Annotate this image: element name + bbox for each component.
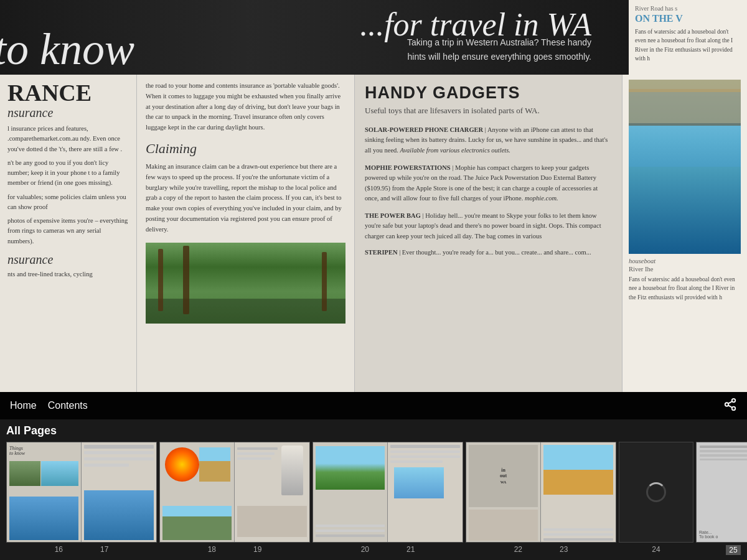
contents-button[interactable]: Contents xyxy=(48,400,88,411)
page-spread-18-19[interactable]: 18 19 xyxy=(159,442,310,554)
pool-image xyxy=(629,80,741,254)
loading-spinner-24 xyxy=(646,482,666,502)
svg-line-3 xyxy=(728,405,732,408)
page-thumb-24[interactable] xyxy=(619,442,693,543)
page-spread-16-17[interactable]: Things to know 16 17 xyxy=(6,442,157,554)
top-banner: to know ...for travel in WA Taking a tri… xyxy=(0,0,629,75)
svg-point-1 xyxy=(725,403,729,406)
claiming-para: Making an insurance claim can be a drawn… xyxy=(146,162,345,235)
page-num-25: 25 xyxy=(726,545,740,555)
page-num-24: 24 xyxy=(652,545,660,554)
left-para2: n't be any good to you if you don't licy… xyxy=(7,158,129,189)
left-sub-heading2: nsurance xyxy=(7,253,129,267)
left-column: RANCE nsurance l insurance prices and fe… xyxy=(0,75,137,392)
banner-to-know: to know xyxy=(0,27,134,72)
far-right-column: houseboat River Ihe Fans of watersisc ad… xyxy=(622,75,747,392)
home-button[interactable]: Home xyxy=(10,400,37,411)
right-body-text-bottom: Fans of watersisc add a houseboal don't … xyxy=(629,275,741,302)
page-thumb-22-23[interactable]: inoutWA xyxy=(466,442,616,543)
page-nums-18-19: 18 19 xyxy=(208,545,262,554)
top-right-panel: River Road has s ON THE V Fans of waters… xyxy=(629,0,747,75)
page-spread-20-21[interactable]: 20 21 xyxy=(312,442,463,554)
gadgets-heading: HANDY GADGETS xyxy=(365,83,612,103)
river-road-text: River Road has s xyxy=(635,5,741,12)
gadget-4-title: STERIPEN xyxy=(365,249,398,256)
gadget-2-title: MOPHIE POWERSTATIONS xyxy=(365,164,451,171)
right-panel-body: Fans of watersisc add a houseboal don't … xyxy=(635,27,741,63)
left-para5: nts and tree-lined tracks, cycling xyxy=(7,269,129,279)
page-thumb-18-19[interactable] xyxy=(159,442,310,543)
page-nums-16-17: 16 17 xyxy=(55,545,109,554)
main-content-row: RANCE nsurance l insurance prices and fe… xyxy=(0,75,747,392)
svg-line-4 xyxy=(728,401,732,403)
left-sub-heading: nsurance xyxy=(7,106,129,120)
page-nums-20-21: 20 21 xyxy=(361,545,415,554)
page-25-current[interactable]: Rate...To book o 25 xyxy=(696,442,747,555)
svg-point-0 xyxy=(732,398,736,402)
page-thumb-16-17[interactable]: Things to know xyxy=(6,442,157,543)
gadget-item-2: MOPHIE POWERSTATIONS | Mophie has compac… xyxy=(365,163,612,203)
left-heading: RANCE xyxy=(7,81,129,105)
page-nums-22-23: 22 23 xyxy=(514,545,568,554)
middle-para1: the road to your home and contents insur… xyxy=(146,81,345,133)
page-spread-22-23[interactable]: inoutWA 22 23 xyxy=(466,442,616,554)
gadget-1-italic: Available from various electronics outle… xyxy=(400,147,510,154)
all-pages-label: All Pages xyxy=(6,424,57,437)
gadget-1-title: SOLAR-POWERED PHONE CHARGER xyxy=(365,126,483,133)
gadget-item-4: STERIPEN | Ever thought... you're ready … xyxy=(365,248,612,258)
share-button[interactable] xyxy=(723,398,737,414)
gadget-2-link: mophie.com. xyxy=(525,195,558,202)
share-icon xyxy=(723,398,737,411)
left-para1: l insurance prices and features, .compar… xyxy=(7,124,129,154)
gadget-item-1: SOLAR-POWERED PHONE CHARGER | Anyone wit… xyxy=(365,125,612,156)
bottom-navigation-bar: Home Contents xyxy=(0,392,747,419)
gadgets-column: HANDY GADGETS Useful toys that are lifes… xyxy=(355,75,622,392)
page-thumbnails-container: Things to know 16 17 xyxy=(6,442,747,555)
left-para3: for valuables; some policies claim unles… xyxy=(7,192,129,213)
page-thumb-20-21[interactable] xyxy=(312,442,463,543)
gadget-item-3: THE POWER BAG | Holiday hell... you're m… xyxy=(365,211,612,241)
gadget-4-text: | Ever thought... you're ready for a... … xyxy=(399,249,591,256)
banner-subtitle: Taking a trip in Western Australia? Thes… xyxy=(407,35,591,63)
left-para4: photos of expensive items you're – every… xyxy=(7,216,129,246)
forest-image xyxy=(146,243,345,324)
claiming-heading: Claiming xyxy=(146,141,345,157)
svg-point-2 xyxy=(732,406,736,410)
page-24-loading[interactable]: 24 xyxy=(619,442,693,554)
river-ihe-label: River Ihe xyxy=(629,266,741,273)
page-25-num-container: 25 xyxy=(726,545,740,555)
houseboat-label: houseboat xyxy=(629,258,741,264)
middle-column: the road to your home and contents insur… xyxy=(137,75,355,392)
gadgets-subtitle: Useful toys that are lifesavers in isola… xyxy=(365,105,612,116)
on-the-v-heading: ON THE V xyxy=(635,13,741,24)
gadget-3-title: THE POWER BAG xyxy=(365,212,421,219)
page-thumb-25[interactable]: Rate...To book o xyxy=(696,442,747,543)
pages-strip: All Pages Things to know xyxy=(0,419,747,560)
